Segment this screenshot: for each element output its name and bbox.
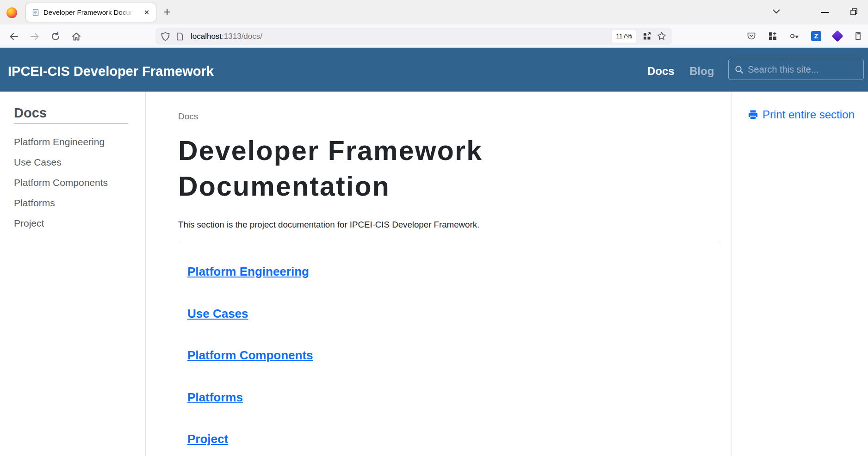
sidebar-title[interactable]: Docs [14,106,145,120]
zoom-level-badge[interactable]: 117% [612,30,636,43]
search-icon [735,65,744,74]
tab-strip: Developer Framework Documentation ✕ + [0,0,868,25]
sidebar-item-platform-components[interactable]: Platform Components [14,173,145,193]
url-host: localhost [191,32,222,41]
tab-close-icon[interactable]: ✕ [142,7,152,18]
reload-button[interactable] [50,31,61,42]
forward-button[interactable] [30,31,40,42]
section-entries: Platform Engineering Use Cases Platform … [187,265,721,456]
page-title: Developer Framework Documentation [178,133,632,204]
sidebar-item-platform-engineering[interactable]: Platform Engineering [14,132,145,152]
header-nav-blog[interactable]: Blog [689,65,714,78]
main-content: Docs Developer Framework Documentation T… [146,92,732,456]
sidebar-divider [14,123,128,123]
page-favicon-icon [32,9,39,16]
home-button[interactable] [71,31,81,42]
sidebar-item-use-cases[interactable]: Use Cases [14,152,145,173]
url-text[interactable]: localhost:1313/docs/ [191,28,262,45]
window-restore-button[interactable] [849,7,858,16]
extensions-icon[interactable] [768,31,777,41]
intro-paragraph: This section is the project documentatio… [178,220,721,229]
tab-title: Developer Framework Documentation [43,3,135,22]
print-section-label: Print entire section [763,108,855,121]
new-tab-button[interactable]: + [161,5,173,19]
search-placeholder: Search this site... [748,64,818,75]
entry-platforms: Platforms [187,391,721,433]
tabs-dropdown-chevron-icon[interactable] [772,8,781,15]
pocket-icon[interactable] [747,31,756,41]
entry-platform-components: Platform Components [187,349,721,391]
sidebar-item-platforms[interactable]: Platforms [14,193,145,213]
browser-tab[interactable]: Developer Framework Documentation ✕ [26,3,156,22]
site-title[interactable]: IPCEI-CIS Developer Framework [8,64,214,78]
container-squares-icon[interactable] [643,32,651,41]
sidebar-nav: Platform Engineering Use Cases Platform … [14,132,145,234]
entry-platform-engineering: Platform Engineering [187,265,721,308]
bookmark-star-icon[interactable] [657,31,666,41]
breadcrumb[interactable]: Docs [178,112,721,121]
firefox-logo-icon[interactable] [6,7,17,18]
browser-toolbar: localhost:1313/docs/ 117% [0,25,868,48]
site-header: IPCEI-CIS Developer Framework Docs Blog … [0,48,868,92]
site-search-box[interactable]: Search this site... [728,59,864,80]
sidebar-toggle-icon[interactable] [854,31,862,41]
entry-project: Project [187,433,721,456]
sidebar-item-project[interactable]: Project [14,213,145,234]
window-minimize-button[interactable] [821,12,829,13]
url-bar[interactable]: localhost:1313/docs/ 117% [155,28,672,45]
content-divider [178,244,721,244]
password-key-icon[interactable] [789,31,799,41]
back-button[interactable] [9,31,19,42]
printer-icon [748,110,758,120]
page-info-icon[interactable] [176,32,184,41]
gem-extension-icon[interactable] [831,30,843,42]
left-sidebar: Docs Platform Engineering Use Cases Plat… [0,92,146,456]
tracking-shield-icon[interactable] [161,32,170,41]
entry-use-cases: Use Cases [187,308,721,350]
zotero-icon[interactable]: Z [811,31,821,41]
url-path: :1313/docs/ [222,32,262,41]
right-rail: Print entire section [732,92,868,456]
header-nav-docs[interactable]: Docs [647,65,675,78]
print-section-link[interactable]: Print entire section [748,108,868,121]
